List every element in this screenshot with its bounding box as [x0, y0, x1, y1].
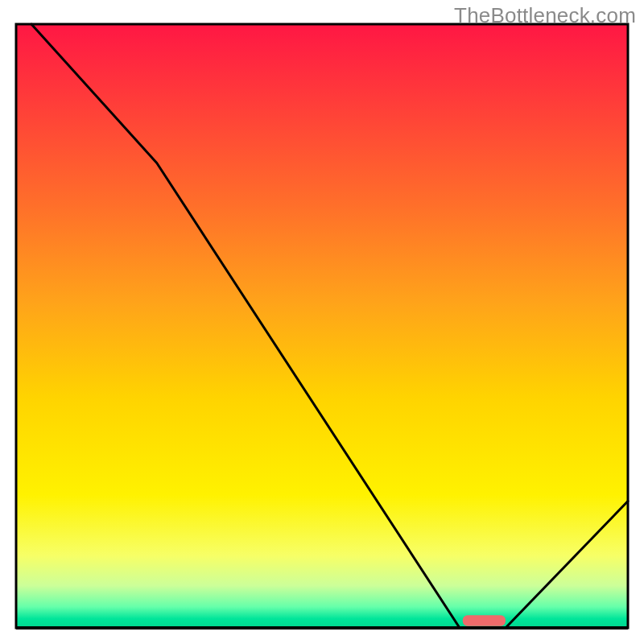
chart-svg — [0, 0, 644, 644]
optimum-marker — [463, 615, 506, 626]
bottleneck-chart: TheBottleneck.com — [0, 0, 644, 644]
watermark-text: TheBottleneck.com — [454, 3, 636, 28]
plot-background — [16, 24, 628, 628]
